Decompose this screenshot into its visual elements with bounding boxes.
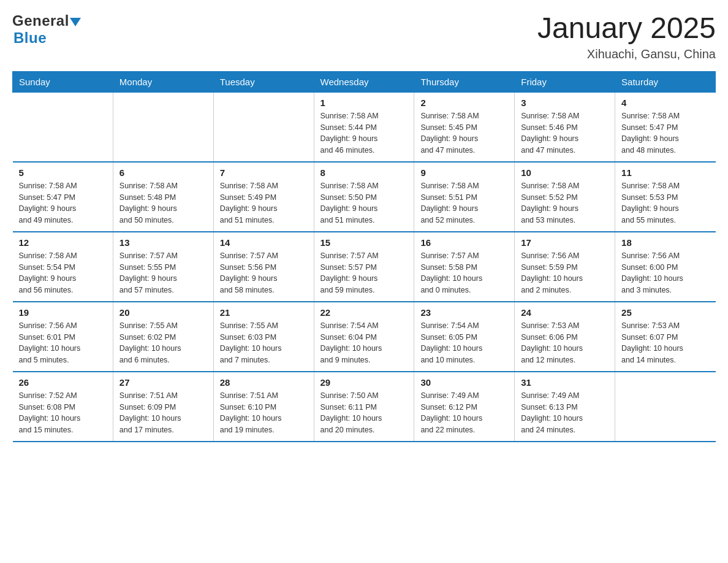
calendar-cell: 16Sunrise: 7:57 AM Sunset: 5:58 PM Dayli…	[414, 232, 515, 302]
day-info: Sunrise: 7:57 AM Sunset: 5:55 PM Dayligh…	[119, 250, 207, 296]
day-info: Sunrise: 7:56 AM Sunset: 6:00 PM Dayligh…	[621, 250, 709, 296]
day-number: 7	[220, 167, 308, 178]
title-block: January 2025 Xihuachi, Gansu, China	[537, 12, 716, 61]
day-number: 14	[220, 237, 308, 248]
calendar-cell: 14Sunrise: 7:57 AM Sunset: 5:56 PM Dayli…	[213, 232, 314, 302]
day-number: 18	[621, 237, 709, 248]
calendar-header: SundayMondayTuesdayWednesdayThursdayFrid…	[13, 71, 716, 92]
logo-triangle-icon	[70, 18, 81, 26]
day-number: 8	[320, 167, 408, 178]
header-row: SundayMondayTuesdayWednesdayThursdayFrid…	[13, 71, 716, 92]
header-day-monday: Monday	[113, 71, 213, 92]
week-row-2: 5Sunrise: 7:58 AM Sunset: 5:47 PM Daylig…	[13, 162, 716, 232]
header-day-thursday: Thursday	[414, 71, 515, 92]
week-row-1: 1Sunrise: 7:58 AM Sunset: 5:44 PM Daylig…	[13, 92, 716, 162]
calendar-cell	[615, 372, 716, 442]
calendar-cell	[13, 92, 113, 162]
calendar-cell: 25Sunrise: 7:53 AM Sunset: 6:07 PM Dayli…	[615, 302, 716, 372]
day-info: Sunrise: 7:55 AM Sunset: 6:03 PM Dayligh…	[220, 320, 308, 366]
day-info: Sunrise: 7:50 AM Sunset: 6:11 PM Dayligh…	[320, 390, 408, 436]
day-info: Sunrise: 7:56 AM Sunset: 5:59 PM Dayligh…	[521, 250, 609, 296]
calendar-cell: 12Sunrise: 7:58 AM Sunset: 5:54 PM Dayli…	[13, 232, 113, 302]
day-number: 16	[420, 237, 508, 248]
calendar-cell: 8Sunrise: 7:58 AM Sunset: 5:50 PM Daylig…	[314, 162, 414, 232]
day-info: Sunrise: 7:58 AM Sunset: 5:45 PM Dayligh…	[420, 110, 508, 156]
day-number: 15	[320, 237, 408, 248]
day-number: 21	[220, 307, 308, 318]
day-number: 13	[119, 237, 207, 248]
day-number: 20	[119, 307, 207, 318]
day-info: Sunrise: 7:51 AM Sunset: 6:10 PM Dayligh…	[220, 390, 308, 436]
day-info: Sunrise: 7:58 AM Sunset: 5:50 PM Dayligh…	[320, 180, 408, 226]
day-number: 17	[521, 237, 609, 248]
day-number: 22	[320, 307, 408, 318]
week-row-4: 19Sunrise: 7:56 AM Sunset: 6:01 PM Dayli…	[13, 302, 716, 372]
calendar-cell: 31Sunrise: 7:49 AM Sunset: 6:13 PM Dayli…	[515, 372, 615, 442]
day-number: 6	[119, 167, 207, 178]
day-number: 1	[320, 98, 408, 108]
day-info: Sunrise: 7:57 AM Sunset: 5:57 PM Dayligh…	[320, 250, 408, 296]
day-info: Sunrise: 7:51 AM Sunset: 6:09 PM Dayligh…	[119, 390, 207, 436]
calendar-cell: 27Sunrise: 7:51 AM Sunset: 6:09 PM Dayli…	[113, 372, 213, 442]
calendar-cell: 26Sunrise: 7:52 AM Sunset: 6:08 PM Dayli…	[13, 372, 113, 442]
calendar-cell: 3Sunrise: 7:58 AM Sunset: 5:46 PM Daylig…	[515, 92, 615, 162]
day-info: Sunrise: 7:54 AM Sunset: 6:04 PM Dayligh…	[320, 320, 408, 366]
day-info: Sunrise: 7:58 AM Sunset: 5:47 PM Dayligh…	[621, 110, 709, 156]
day-info: Sunrise: 7:58 AM Sunset: 5:49 PM Dayligh…	[220, 180, 308, 226]
calendar-cell: 15Sunrise: 7:57 AM Sunset: 5:57 PM Dayli…	[314, 232, 414, 302]
day-info: Sunrise: 7:53 AM Sunset: 6:06 PM Dayligh…	[521, 320, 609, 366]
day-number: 10	[521, 167, 609, 178]
day-info: Sunrise: 7:57 AM Sunset: 5:56 PM Dayligh…	[220, 250, 308, 296]
calendar-cell	[213, 92, 314, 162]
day-info: Sunrise: 7:54 AM Sunset: 6:05 PM Dayligh…	[420, 320, 508, 366]
day-number: 31	[521, 377, 609, 388]
day-info: Sunrise: 7:57 AM Sunset: 5:58 PM Dayligh…	[420, 250, 508, 296]
location-title: Xihuachi, Gansu, China	[537, 47, 716, 61]
day-number: 3	[521, 98, 609, 108]
calendar-cell: 18Sunrise: 7:56 AM Sunset: 6:00 PM Dayli…	[615, 232, 716, 302]
day-info: Sunrise: 7:58 AM Sunset: 5:47 PM Dayligh…	[19, 180, 107, 226]
calendar-cell: 13Sunrise: 7:57 AM Sunset: 5:55 PM Dayli…	[113, 232, 213, 302]
day-info: Sunrise: 7:58 AM Sunset: 5:48 PM Dayligh…	[119, 180, 207, 226]
calendar-cell: 7Sunrise: 7:58 AM Sunset: 5:49 PM Daylig…	[213, 162, 314, 232]
day-number: 2	[420, 98, 508, 108]
day-info: Sunrise: 7:49 AM Sunset: 6:12 PM Dayligh…	[420, 390, 508, 436]
day-info: Sunrise: 7:58 AM Sunset: 5:51 PM Dayligh…	[420, 180, 508, 226]
logo-blue-text: Blue	[13, 29, 47, 46]
calendar-cell: 23Sunrise: 7:54 AM Sunset: 6:05 PM Dayli…	[414, 302, 515, 372]
calendar-cell: 21Sunrise: 7:55 AM Sunset: 6:03 PM Dayli…	[213, 302, 314, 372]
day-number: 27	[119, 377, 207, 388]
calendar-cell: 10Sunrise: 7:58 AM Sunset: 5:52 PM Dayli…	[515, 162, 615, 232]
day-info: Sunrise: 7:58 AM Sunset: 5:44 PM Dayligh…	[320, 110, 408, 156]
calendar-cell: 6Sunrise: 7:58 AM Sunset: 5:48 PM Daylig…	[113, 162, 213, 232]
calendar-cell	[113, 92, 213, 162]
day-number: 25	[621, 307, 709, 318]
day-number: 9	[420, 167, 508, 178]
day-number: 24	[521, 307, 609, 318]
day-number: 23	[420, 307, 508, 318]
calendar-cell: 5Sunrise: 7:58 AM Sunset: 5:47 PM Daylig…	[13, 162, 113, 232]
calendar-cell: 11Sunrise: 7:58 AM Sunset: 5:53 PM Dayli…	[615, 162, 716, 232]
day-info: Sunrise: 7:58 AM Sunset: 5:54 PM Dayligh…	[19, 250, 107, 296]
day-number: 30	[420, 377, 508, 388]
day-number: 29	[320, 377, 408, 388]
day-number: 4	[621, 98, 709, 108]
day-info: Sunrise: 7:58 AM Sunset: 5:46 PM Dayligh…	[521, 110, 609, 156]
day-number: 28	[220, 377, 308, 388]
header-day-tuesday: Tuesday	[213, 71, 314, 92]
calendar-cell: 24Sunrise: 7:53 AM Sunset: 6:06 PM Dayli…	[515, 302, 615, 372]
day-info: Sunrise: 7:56 AM Sunset: 6:01 PM Dayligh…	[19, 320, 107, 366]
day-info: Sunrise: 7:55 AM Sunset: 6:02 PM Dayligh…	[119, 320, 207, 366]
calendar-cell: 17Sunrise: 7:56 AM Sunset: 5:59 PM Dayli…	[515, 232, 615, 302]
calendar-cell: 2Sunrise: 7:58 AM Sunset: 5:45 PM Daylig…	[414, 92, 515, 162]
month-title: January 2025	[537, 12, 716, 45]
calendar-cell: 20Sunrise: 7:55 AM Sunset: 6:02 PM Dayli…	[113, 302, 213, 372]
day-number: 12	[19, 237, 107, 248]
header-day-saturday: Saturday	[615, 71, 716, 92]
calendar-cell: 30Sunrise: 7:49 AM Sunset: 6:12 PM Dayli…	[414, 372, 515, 442]
page-header: General Blue January 2025 Xihuachi, Gans…	[12, 12, 716, 61]
day-number: 11	[621, 167, 709, 178]
day-info: Sunrise: 7:52 AM Sunset: 6:08 PM Dayligh…	[19, 390, 107, 436]
day-number: 26	[19, 377, 107, 388]
header-day-sunday: Sunday	[13, 71, 113, 92]
